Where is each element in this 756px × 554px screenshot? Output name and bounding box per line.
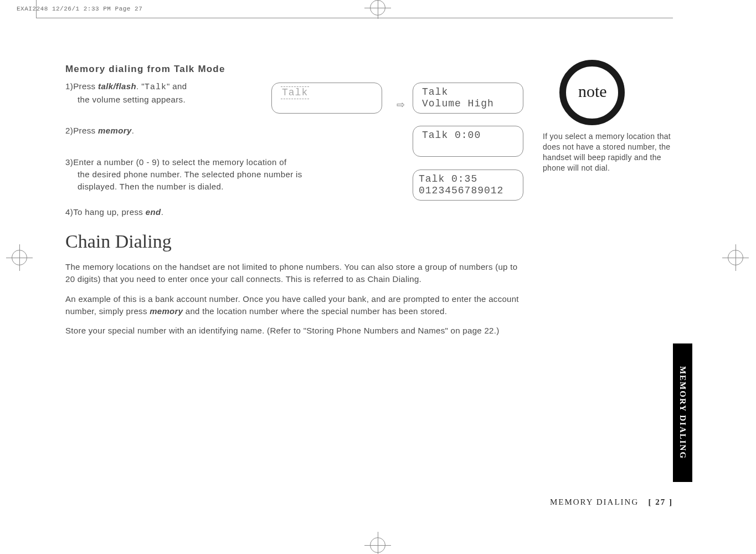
key-talk-flash: talk/flash bbox=[98, 81, 136, 91]
key-memory: memory bbox=[150, 306, 183, 316]
step-text: 4)To hang up, press bbox=[65, 207, 146, 217]
section-tab: MEMORY DIALING bbox=[673, 343, 692, 482]
registration-mark-icon bbox=[736, 244, 736, 271]
lcd-text: Volume High bbox=[422, 98, 516, 110]
paragraph: The memory locations on the handset are … bbox=[65, 261, 520, 285]
step-4: 4)To hang up, press end. bbox=[65, 206, 520, 218]
key-end: end bbox=[146, 207, 161, 217]
step-text: 3)Enter a number (0 - 9) to select the m… bbox=[65, 157, 287, 167]
page-number: 27 bbox=[655, 497, 666, 506]
crop-mark bbox=[36, 18, 673, 18]
registration-mark-icon bbox=[19, 244, 20, 271]
paragraph: Store your special number with an identi… bbox=[65, 325, 520, 337]
lcd-display-3: Talk 0:00 bbox=[413, 126, 523, 157]
page-footer: MEMORY DIALING [ 27 ] bbox=[550, 497, 673, 507]
crop-mark bbox=[36, 0, 37, 18]
note-text: If you select a memory location that doe… bbox=[543, 131, 681, 173]
section-tab-label: MEMORY DIALING bbox=[678, 366, 687, 459]
page-number-open: [ bbox=[649, 497, 656, 506]
step-text: 2)Press bbox=[65, 126, 98, 135]
registration-mark-icon bbox=[378, 0, 378, 19]
step-text: the volume setting appears. bbox=[65, 94, 265, 106]
step-text: " and bbox=[167, 81, 187, 91]
key-memory: memory bbox=[98, 126, 132, 135]
step-3: 3)Enter a number (0 - 9) to select the m… bbox=[65, 156, 376, 192]
lcd-text: 0123456789012 bbox=[419, 185, 516, 197]
registration-mark-icon bbox=[378, 532, 378, 554]
lcd-text: Talk bbox=[281, 86, 309, 99]
paragraph: An example of this is a bank account num… bbox=[65, 293, 520, 317]
mono-talk: Talk bbox=[145, 83, 167, 92]
page-title: Chain Dialing bbox=[65, 231, 520, 252]
section-title: Memory dialing from Talk Mode bbox=[65, 64, 520, 75]
lcd-text: Talk 0:35 bbox=[419, 173, 516, 185]
step-text: . " bbox=[136, 81, 145, 91]
step-text: 1)Press bbox=[65, 81, 98, 91]
lcd-text: Talk 0:00 bbox=[422, 130, 516, 141]
step-text: displayed. Then the number is dialed. bbox=[65, 181, 376, 193]
note-label: note bbox=[578, 82, 607, 101]
paragraph-text: and the location number where the specia… bbox=[183, 306, 447, 316]
step-text: . bbox=[161, 207, 164, 217]
lcd-display-4: Talk 0:35 0123456789012 bbox=[413, 170, 523, 201]
arrow-right-icon: ⇨ bbox=[397, 99, 405, 111]
lcd-display-1: Talk bbox=[271, 83, 382, 114]
page-number-close: ] bbox=[666, 497, 673, 506]
lcd-display-2: Talk Volume High bbox=[413, 83, 523, 114]
step-text: . bbox=[132, 126, 135, 135]
step-1: 1)Press talk/flash. "Talk" and the volum… bbox=[65, 80, 265, 106]
lcd-text: Talk bbox=[422, 86, 516, 98]
footer-section: MEMORY DIALING bbox=[550, 497, 639, 506]
step-text: the desired phone number. The selected p… bbox=[65, 168, 376, 181]
